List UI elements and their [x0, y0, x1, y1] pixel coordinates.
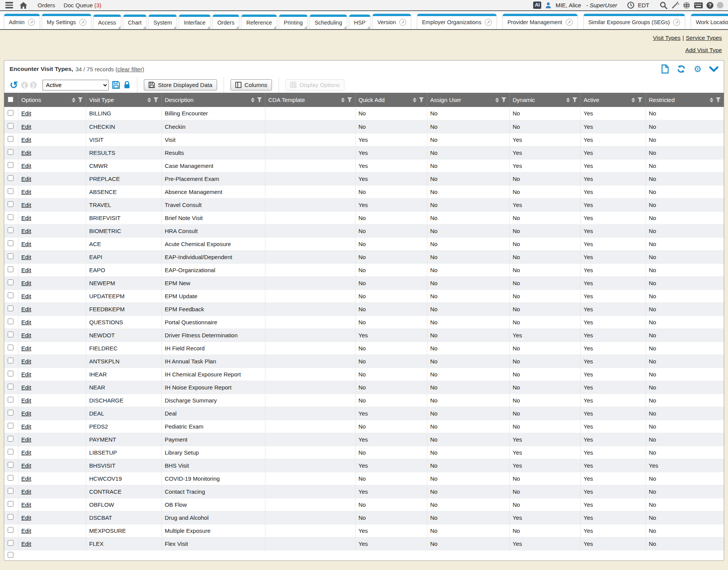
filter-funnel-icon[interactable]	[716, 97, 721, 102]
edit-link[interactable]: Edit	[21, 306, 31, 312]
filter-funnel-icon[interactable]	[572, 97, 577, 102]
edit-link[interactable]: Edit	[21, 215, 31, 221]
tab-hsp[interactable]: HSP	[349, 15, 371, 29]
edit-link[interactable]: Edit	[21, 345, 31, 352]
collapse-chevron-icon[interactable]	[709, 66, 718, 72]
keyboard-icon[interactable]	[694, 2, 703, 9]
home-icon[interactable]	[19, 2, 28, 9]
row-checkbox[interactable]	[8, 149, 13, 155]
tab-admin[interactable]: Admin↗	[4, 14, 40, 29]
edit-link[interactable]: Edit	[21, 397, 31, 404]
tab-my-settings[interactable]: My Settings↗	[42, 14, 91, 29]
tab-orders[interactable]: Orders	[212, 15, 239, 29]
edit-link[interactable]: Edit	[21, 475, 31, 482]
row-checkbox[interactable]	[8, 423, 13, 429]
forward-icon[interactable]: ❯	[30, 82, 37, 89]
edit-link[interactable]: Edit	[21, 371, 31, 378]
row-checkbox[interactable]	[8, 123, 13, 129]
edit-link[interactable]: Edit	[21, 228, 31, 234]
status-filter-select[interactable]: Active	[43, 80, 109, 90]
clock-icon[interactable]	[627, 2, 634, 9]
row-checkbox[interactable]	[8, 527, 13, 533]
tab-access[interactable]: Access	[93, 15, 121, 29]
row-checkbox[interactable]	[8, 345, 13, 350]
topnav-doc-queue-link[interactable]: Doc Queue (3)	[64, 2, 101, 8]
edit-link[interactable]: Edit	[21, 202, 31, 208]
row-checkbox[interactable]	[8, 436, 13, 442]
row-checkbox[interactable]	[8, 201, 13, 207]
filter-funnel-icon[interactable]	[419, 97, 424, 102]
external-link-icon[interactable]: ↗	[673, 19, 680, 26]
column-header-visit-type[interactable]: Visit Type	[89, 97, 145, 103]
sort-icon[interactable]	[631, 98, 635, 102]
tab-interface[interactable]: Interface	[179, 15, 210, 29]
filter-funnel-icon[interactable]	[153, 97, 158, 102]
external-link-icon[interactable]: ↗	[566, 19, 573, 26]
column-header-options[interactable]: Options	[21, 97, 69, 103]
edit-link[interactable]: Edit	[21, 527, 31, 534]
edit-link[interactable]: Edit	[21, 514, 31, 521]
globe-icon[interactable]	[683, 2, 690, 9]
edit-link[interactable]: Edit	[21, 501, 31, 508]
row-checkbox[interactable]	[8, 292, 13, 298]
edit-link[interactable]: Edit	[21, 410, 31, 417]
sort-icon[interactable]	[495, 98, 499, 102]
row-checkbox[interactable]	[8, 397, 13, 402]
tab-version[interactable]: Version↗	[372, 14, 411, 29]
column-header-restricted[interactable]: Restricted	[649, 97, 708, 103]
search-icon[interactable]	[659, 1, 668, 10]
edit-link[interactable]: Edit	[21, 358, 31, 365]
row-checkbox[interactable]	[8, 371, 13, 376]
edit-link[interactable]: Edit	[21, 423, 31, 430]
sort-icon[interactable]	[147, 98, 151, 102]
sort-icon[interactable]	[413, 98, 417, 102]
edit-link[interactable]: Edit	[21, 293, 31, 299]
edit-link[interactable]: Edit	[21, 332, 31, 338]
row-checkbox[interactable]	[8, 110, 13, 116]
row-checkbox[interactable]	[8, 540, 13, 546]
edit-link[interactable]: Edit	[21, 267, 31, 273]
row-checkbox[interactable]	[8, 475, 13, 481]
tab-provider-management[interactable]: Provider Management↗	[502, 14, 578, 29]
row-checkbox[interactable]	[8, 162, 13, 168]
row-checkbox[interactable]	[8, 240, 13, 246]
row-checkbox[interactable]	[8, 306, 13, 311]
row-checkbox[interactable]	[8, 214, 13, 220]
row-checkbox[interactable]	[8, 279, 13, 285]
edit-link[interactable]: Edit	[21, 123, 31, 130]
column-header-assign-user[interactable]: Assign User	[430, 97, 493, 103]
edit-link[interactable]: Edit	[21, 280, 31, 286]
ai-badge[interactable]: AI	[533, 2, 541, 8]
tab-reference[interactable]: Reference	[241, 15, 277, 29]
user-name[interactable]: MIE, Alice	[555, 2, 581, 8]
external-link-icon[interactable]: ↗	[28, 19, 35, 26]
sort-icon[interactable]	[72, 98, 76, 102]
external-link-icon[interactable]: ↗	[399, 19, 406, 26]
row-checkbox[interactable]	[8, 462, 13, 468]
tab-system[interactable]: System	[148, 15, 177, 29]
sort-icon[interactable]	[251, 98, 255, 102]
clear-filter-link[interactable]: clear filter	[117, 66, 142, 72]
new-record-checkbox[interactable]	[8, 552, 13, 558]
row-checkbox[interactable]	[8, 136, 13, 142]
filter-funnel-icon[interactable]	[347, 97, 352, 102]
tab-printing[interactable]: Printing	[279, 15, 308, 29]
tab-similar-exposure-groups-segs[interactable]: Similar Exposure Groups (SEGs)↗	[583, 14, 685, 29]
row-checkbox[interactable]	[8, 175, 13, 181]
row-checkbox[interactable]	[8, 188, 13, 194]
row-checkbox[interactable]	[8, 332, 13, 337]
filter-funnel-icon[interactable]	[637, 97, 642, 102]
external-link-icon[interactable]: ↗	[79, 19, 86, 26]
tab-employer-organizations[interactable]: Employer Organizations↗	[417, 14, 497, 29]
settings-gear-icon[interactable]: ⚙	[693, 65, 702, 74]
store-displayed-data-button[interactable]: Store Displayed Data	[144, 79, 217, 90]
edit-link[interactable]: Edit	[21, 254, 31, 260]
new-document-icon[interactable]	[661, 64, 669, 74]
row-checkbox[interactable]	[8, 384, 13, 389]
row-checkbox[interactable]	[8, 358, 13, 363]
tab-chart[interactable]: Chart	[123, 15, 147, 29]
column-header-cda-template[interactable]: CDA Template	[268, 97, 339, 103]
sort-icon[interactable]	[710, 98, 713, 102]
sort-icon[interactable]	[341, 98, 345, 102]
edit-link[interactable]: Edit	[21, 110, 31, 117]
